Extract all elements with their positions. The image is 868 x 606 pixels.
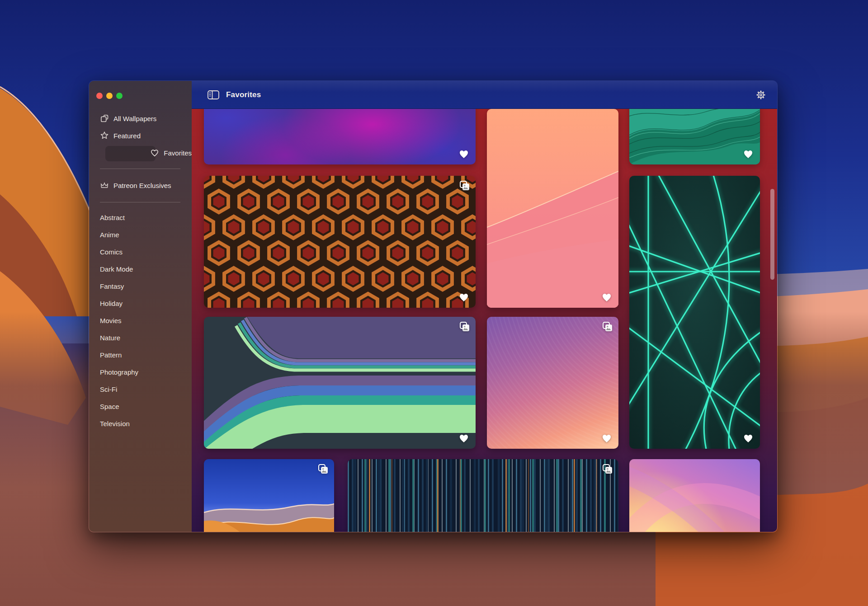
heart-icon[interactable] <box>458 433 469 444</box>
sidebar-category-movies[interactable]: Movies <box>89 312 192 329</box>
sidebar-category-holiday[interactable]: Holiday <box>89 295 192 312</box>
sidebar: All Wallpapers Featured Favorites <box>89 81 192 532</box>
wallpaper-grid <box>192 109 777 532</box>
wallpaper-tile[interactable] <box>204 459 334 532</box>
sidebar-category-fantasy[interactable]: Fantasy <box>89 277 192 295</box>
page-title: Favorites <box>226 81 261 109</box>
sidebar-toggle-icon[interactable] <box>207 89 220 100</box>
heart-icon[interactable] <box>743 433 754 444</box>
sidebar-category-television[interactable]: Television <box>89 415 192 432</box>
photo-stack-icon <box>458 321 471 333</box>
scrollbar-thumb[interactable] <box>770 189 774 280</box>
gear-icon[interactable] <box>755 89 766 100</box>
sidebar-item-label: Patreon Exclusives <box>113 182 171 189</box>
wallpaper-tile[interactable] <box>629 109 760 164</box>
sidebar-category-dark-mode[interactable]: Dark Mode <box>89 260 192 277</box>
sidebar-divider <box>100 202 180 202</box>
sidebar-category-space[interactable]: Space <box>89 398 192 415</box>
heart-icon[interactable] <box>601 433 612 444</box>
photo-stack-icon <box>458 180 471 192</box>
heart-icon[interactable] <box>743 149 754 160</box>
photo-stack-icon <box>317 463 329 475</box>
heart-icon <box>150 148 159 157</box>
photo-stack-icon <box>601 463 613 475</box>
wallpaper-tile[interactable] <box>204 176 476 308</box>
wallpaper-tile[interactable] <box>204 109 476 164</box>
sidebar-item-patreon-exclusives[interactable]: Patreon Exclusives <box>89 177 192 194</box>
wallpaper-tile[interactable] <box>348 459 618 532</box>
traffic-lights <box>96 93 123 99</box>
crown-icon <box>100 181 109 190</box>
sidebar-item-label: Featured <box>113 132 141 140</box>
wallpaper-tile[interactable] <box>629 459 760 532</box>
sidebar-category-anime[interactable]: Anime <box>89 226 192 243</box>
sidebar-category-abstract[interactable]: Abstract <box>89 209 192 226</box>
sidebar-item-all-wallpapers[interactable]: All Wallpapers <box>89 110 192 127</box>
sidebar-category-photography[interactable]: Photography <box>89 363 192 381</box>
sidebar-category-pattern[interactable]: Pattern <box>89 346 192 363</box>
titlebar: Favorites <box>192 81 777 109</box>
zoom-button[interactable] <box>116 93 123 99</box>
close-button[interactable] <box>96 93 103 99</box>
photo-stack-icon <box>601 321 613 333</box>
star-icon <box>100 131 109 140</box>
sidebar-category-comics[interactable]: Comics <box>89 243 192 260</box>
selected-item-highlight <box>105 146 156 161</box>
stacked-wallpapers-icon <box>100 114 109 123</box>
wallpaper-tile[interactable] <box>629 176 760 449</box>
minimize-button[interactable] <box>106 93 113 99</box>
heart-icon[interactable] <box>601 292 612 303</box>
sidebar-category-sci-fi[interactable]: Sci-Fi <box>89 381 192 398</box>
heart-icon[interactable] <box>458 292 469 303</box>
wallpaper-tile[interactable] <box>487 317 618 449</box>
heart-icon[interactable] <box>458 149 469 160</box>
sidebar-item-label: Favorites <box>164 149 192 157</box>
sidebar-item-featured[interactable]: Featured <box>89 127 192 144</box>
sidebar-category-nature[interactable]: Nature <box>89 329 192 346</box>
sidebar-divider <box>100 169 180 169</box>
wallpaper-tile[interactable] <box>204 317 476 449</box>
wallpaper-tile[interactable] <box>487 109 618 308</box>
sidebar-item-label: All Wallpapers <box>113 115 156 122</box>
wallpaper-app-window: All Wallpapers Featured Favorites <box>89 80 778 532</box>
sidebar-item-favorites[interactable]: Favorites <box>89 144 192 161</box>
